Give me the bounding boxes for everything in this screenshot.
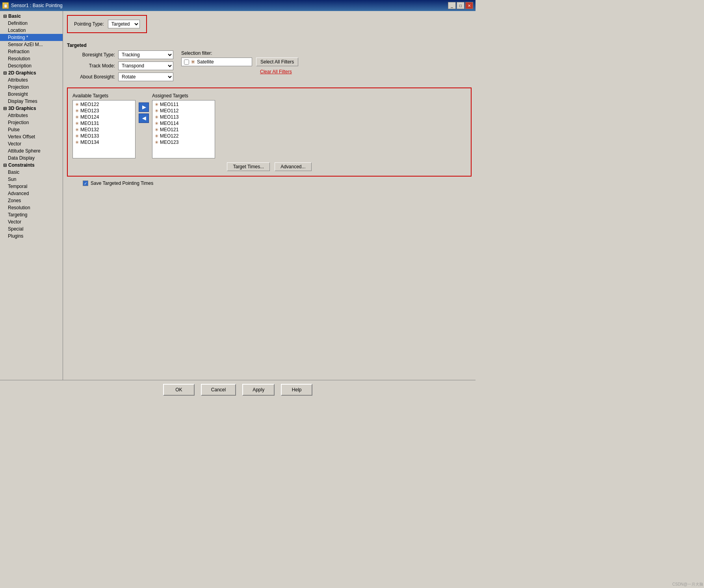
sidebar-item-2d-attributes[interactable]: Attributes [0,76,63,84]
sat-icon: ✳ [155,127,158,132]
list-item[interactable]: ✳ MEO134 [74,139,134,145]
sidebar-item-definition[interactable]: Definition [0,20,63,27]
satellite-checkbox-input[interactable] [184,60,189,65]
help-button[interactable]: Help [281,384,312,396]
target-times-button[interactable]: Target Times... [227,162,270,171]
assigned-target-item: MEO121 [160,127,178,132]
select-all-filters-button[interactable]: Select All Filters [256,58,298,66]
sat-icon: ✳ [155,115,158,120]
sidebar-item-resolution[interactable]: Resolution [0,55,63,62]
track-mode-select[interactable]: Transpond Track Lead [118,61,173,70]
sidebar-item-3d-projection[interactable]: Projection [0,119,63,126]
ok-button[interactable]: OK [163,384,195,396]
sidebar-item-constraints-zones[interactable]: Zones [0,197,63,204]
maximize-button[interactable]: □ [457,2,464,9]
apply-button[interactable]: Apply [242,384,275,396]
list-item[interactable]: ✳ MEO111 [153,101,214,108]
list-item[interactable]: ✳ MEO122 [74,101,134,108]
sidebar-group-constraints[interactable]: Constraints [0,162,63,169]
assigned-targets-section: Assigned Targets ✳ MEO111 ✳ MEO112 ✳ MEO [152,93,215,158]
list-item[interactable]: ✳ MEO133 [74,133,134,139]
sidebar-item-constraints-plugins[interactable]: Plugins [0,233,63,240]
sidebar-item-location[interactable]: Location [0,27,63,34]
advanced-button[interactable]: Advanced... [275,162,311,171]
boresight-type-select[interactable]: Tracking Fixed Scanning [118,50,173,59]
sat-icon: ✳ [75,127,79,132]
targeted-label: Targeted [67,43,472,48]
sidebar-item-constraints-special[interactable]: Special [0,225,63,233]
assigned-target-item: MEO123 [160,140,178,145]
sidebar-item-refraction[interactable]: Refraction [0,48,63,55]
assigned-target-item: MEO113 [160,114,178,120]
list-item[interactable]: ✳ MEO122 [153,133,214,139]
close-button[interactable]: ✕ [465,2,473,9]
clear-all-filters-button[interactable]: Clear All Filters [256,68,298,76]
available-targets-label: Available Targets [72,93,136,99]
list-item[interactable]: ✳ MEO123 [74,108,134,114]
list-item[interactable]: ✳ MEO121 [153,127,214,133]
available-target-item: MEO133 [80,133,99,139]
add-target-button[interactable]: ▶ [139,102,149,112]
pointing-type-box: Pointing Type: Targeted Fixed Scanning [67,15,147,33]
save-row: ✓ Save Targeted Pointing Times [83,180,472,186]
sidebar-item-sensor-azel[interactable]: Sensor AzEl M... [0,41,63,48]
available-target-item: MEO132 [80,127,99,132]
sidebar-item-3d-pulse[interactable]: Pulse [0,126,63,133]
about-boresight-select[interactable]: Rotate Fixed [118,73,173,81]
sidebar-group-2d-graphics[interactable]: 2D Graphics [0,69,63,76]
sidebar-item-2d-projection[interactable]: Projection [0,84,63,91]
sidebar-item-constraints-advanced[interactable]: Advanced [0,190,63,197]
content-area: Pointing Type: Targeted Fixed Scanning T… [63,11,476,380]
sidebar-item-pointing[interactable]: Pointing * [0,34,63,41]
list-item[interactable]: ✳ MEO113 [153,114,214,120]
list-item[interactable]: ✳ MEO132 [74,127,134,133]
window-title: Sensor1 : Basic Pointing [11,3,63,8]
sidebar-item-2d-boresight[interactable]: Boresight [0,91,63,98]
sidebar-item-constraints-targeting[interactable]: Targeting [0,211,63,218]
main-container: Basic Definition Location Pointing * Sen… [0,11,476,380]
remove-target-button[interactable]: ◀ [139,114,149,123]
pointing-type-label: Pointing Type: [74,21,104,27]
sidebar-group-3d-graphics[interactable]: 3D Graphics [0,105,63,112]
minimize-button[interactable]: _ [448,2,456,9]
assigned-targets-list[interactable]: ✳ MEO111 ✳ MEO112 ✳ MEO113 ✳ [152,100,215,158]
sidebar-item-2d-display-times[interactable]: Display Times [0,98,63,105]
pointing-type-select[interactable]: Targeted Fixed Scanning [108,20,140,28]
list-item[interactable]: ✳ MEO131 [74,120,134,127]
save-targeted-label: Save Targeted Pointing Times [91,180,153,186]
sat-icon: ✳ [155,134,158,139]
assigned-target-item: MEO122 [160,133,178,139]
satellite-filter-checkbox[interactable]: ✳ Satellite [181,58,252,66]
sidebar-item-constraints-basic[interactable]: Basic [0,169,63,176]
title-bar-controls[interactable]: _ □ ✕ [448,2,473,9]
transfer-buttons: ▶ ◀ [139,102,149,123]
sidebar-item-3d-attributes[interactable]: Attributes [0,112,63,119]
sat-icon: ✳ [75,102,79,107]
list-item[interactable]: ✳ MEO112 [153,108,214,114]
sidebar-item-constraints-resolution[interactable]: Resolution [0,204,63,211]
sat-icon: ✳ [75,115,79,120]
available-targets-list[interactable]: ✳ MEO122 ✳ MEO123 ✳ MEO124 ✳ [72,100,136,158]
sidebar-group-basic[interactable]: Basic [0,13,63,20]
save-checkbox[interactable]: ✓ [83,180,88,186]
assigned-target-item: MEO114 [160,121,178,126]
sidebar-item-constraints-temporal[interactable]: Temporal [0,183,63,190]
cancel-button[interactable]: Cancel [201,384,236,396]
sidebar-item-3d-data-display[interactable]: Data Display [0,154,63,162]
sidebar-item-3d-vector[interactable]: Vector [0,140,63,147]
list-item[interactable]: ✳ MEO123 [153,139,214,145]
title-bar-left: 📋 Sensor1 : Basic Pointing [2,2,63,9]
available-target-item: MEO134 [80,140,99,145]
sidebar-item-3d-attitude-sphere[interactable]: Attitude Sphere [0,147,63,154]
sidebar-item-description[interactable]: Description [0,62,63,69]
list-item[interactable]: ✳ MEO114 [153,120,214,127]
sidebar-item-constraints-vector[interactable]: Vector [0,218,63,225]
track-mode-label: Track Mode: [67,63,118,69]
sidebar-item-constraints-sun[interactable]: Sun [0,176,63,183]
sidebar: Basic Definition Location Pointing * Sen… [0,11,63,380]
filter-area: Selection filter: ✳ Satellite Select All… [181,50,298,76]
sidebar-item-3d-vertex-offset[interactable]: Vertex Offset [0,133,63,140]
available-target-item: MEO123 [80,108,99,114]
assigned-target-item: MEO111 [160,102,178,107]
list-item[interactable]: ✳ MEO124 [74,114,134,120]
